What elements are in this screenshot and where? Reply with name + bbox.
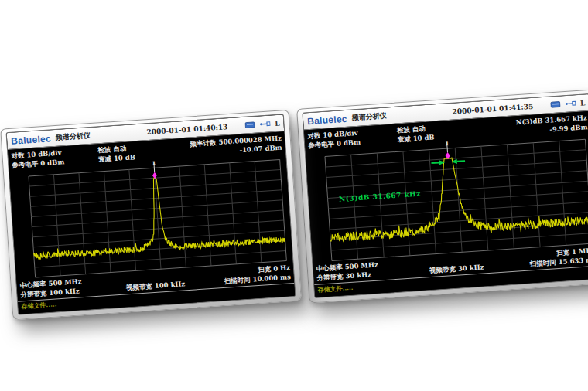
- analyzer-window-left: Baluelec 频谱分析仪 2000-01-01 01:40:13 L: [0, 110, 302, 320]
- link-status-label: L: [580, 99, 586, 107]
- datetime-label: 2000-01-01 01:41:35: [452, 102, 533, 115]
- brand-logo: Baluelec: [307, 113, 348, 126]
- analyzer-screen: 对数 10 dB/div 参考电平 0 dBm 检波 自动 衰减 10 dB N…: [304, 111, 588, 298]
- analyzer-window-right: Baluelec 频谱分析仪 2000-01-01 01:41:35 L: [296, 89, 588, 303]
- titlebar-icons: L: [550, 99, 586, 109]
- usb-storage-icon: [550, 100, 561, 108]
- analyzer-frame: Baluelec 频谱分析仪 2000-01-01 01:40:13 L: [6, 114, 296, 314]
- app-title: 频谱分析仪: [55, 131, 91, 143]
- spectrum-chart: 1 N(3)dB 31.667 kHz: [323, 132, 588, 262]
- link-status-label: L: [275, 119, 280, 127]
- usb-plug-icon: [259, 121, 271, 128]
- spectrum-trace-plot: 1: [26, 153, 289, 280]
- titlebar-icons: L: [244, 119, 280, 129]
- brand-logo: Baluelec: [11, 133, 52, 146]
- analyzer-screen: 对数 10 dB/div 参考电平 0 dBm 检波 自动 衰减 10 dB 频…: [8, 131, 295, 314]
- datetime-label: 2000-01-01 01:40:13: [146, 123, 227, 136]
- desktop-background: Baluelec 频谱分析仪 2000-01-01 01:41:35 L: [0, 0, 588, 391]
- spectrum-chart: 1: [26, 153, 289, 280]
- analyzer-frame: Baluelec 频谱分析仪 2000-01-01 01:41:35 L: [302, 94, 588, 298]
- app-title: 频谱分析仪: [351, 110, 387, 123]
- usb-plug-icon: [565, 100, 576, 107]
- usb-storage-icon: [244, 121, 255, 129]
